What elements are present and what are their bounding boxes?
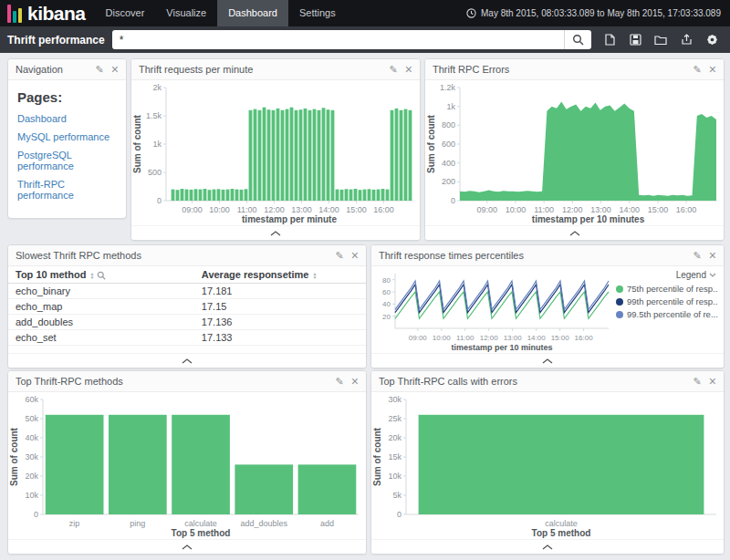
save-dashboard-button[interactable] — [624, 30, 646, 49]
column-label: Average responsetime — [202, 269, 309, 280]
svg-text:60: 60 — [382, 288, 391, 296]
column-search-icon[interactable] — [97, 271, 106, 280]
panel-top-methods: Top Thrift-RPC methods ✎ × 010k20k30k40k… — [7, 370, 367, 555]
panel-title: Thrift RPC Errors — [433, 64, 694, 75]
panel-title: Top Thrift-RPC calls with errors — [379, 376, 694, 387]
svg-text:1.5k: 1.5k — [146, 111, 162, 120]
panel-top-errors: Top Thrift-RPC calls with errors ✎ × 05k… — [370, 370, 725, 555]
svg-text:0: 0 — [157, 196, 162, 205]
legend-item[interactable]: 75th percentile of resp... — [616, 284, 718, 294]
legend-item[interactable]: 99th percentile of resp... — [616, 296, 718, 306]
logo-bars — [7, 5, 24, 23]
svg-text:timestamp per minute: timestamp per minute — [242, 214, 337, 224]
nav-discover[interactable]: Discover — [95, 0, 156, 26]
svg-text:2k: 2k — [152, 83, 162, 92]
nav-settings[interactable]: Settings — [288, 0, 347, 26]
chevron-up-icon — [182, 358, 193, 364]
collapse-panel-control[interactable] — [425, 225, 724, 240]
collapse-panel-control[interactable] — [8, 353, 366, 368]
svg-text:add_doubles: add_doubles — [240, 519, 287, 528]
table-row: echo_map17.15 — [8, 299, 366, 315]
edit-panel-icon[interactable]: ✎ — [694, 250, 702, 262]
open-dashboard-button[interactable] — [650, 30, 672, 49]
logo-bar-pink — [7, 5, 11, 23]
svg-text:Sum of count: Sum of count — [372, 427, 382, 486]
svg-text:10k: 10k — [25, 491, 38, 500]
column-label: Top 10 method — [16, 269, 86, 280]
panel-response-percentiles: Thrift response times percentiles ✎ × 20… — [370, 244, 725, 368]
edit-panel-icon[interactable]: ✎ — [694, 376, 702, 388]
main-nav: Discover Visualize Dashboard Settings — [95, 0, 347, 26]
logo-bar-yellow — [18, 8, 22, 23]
svg-text:60k: 60k — [25, 395, 38, 404]
svg-text:16:00: 16:00 — [575, 334, 594, 342]
collapse-panel-control[interactable] — [8, 539, 366, 554]
share-dashboard-button[interactable] — [675, 30, 697, 49]
nav-dashboard[interactable]: Dashboard — [217, 0, 288, 26]
column-header-method[interactable]: Top 10 method▲▼ — [8, 266, 194, 284]
svg-text:10:00: 10:00 — [209, 205, 230, 214]
svg-text:0: 0 — [397, 510, 402, 519]
legend-item-label: 99th percentile of resp... — [627, 296, 718, 306]
edit-panel-icon[interactable]: ✎ — [336, 250, 344, 262]
legend-color-dot — [616, 285, 623, 293]
percentiles-line-chart[interactable]: 2040608009:0010:0011:0012:0013:0014:0015… — [371, 266, 616, 354]
errors-area-chart[interactable]: 02004006008001k1.2k09:0010:0011:0012:001… — [425, 80, 724, 226]
slowest-methods-table: Top 10 method▲▼ Average responsetime▲▼ e… — [8, 266, 366, 346]
nav-link-mysql[interactable]: MySQL performance — [17, 131, 117, 142]
collapse-panel-control[interactable] — [371, 539, 724, 554]
close-panel-icon[interactable]: × — [351, 375, 359, 388]
top-methods-bar-chart[interactable]: 010k20k30k40k50k60kTop 5 methodSum of co… — [8, 392, 366, 540]
legend-item[interactable]: 99.5th percentile of re... — [616, 309, 718, 319]
folder-open-icon — [654, 35, 667, 46]
chevron-up-icon — [542, 544, 553, 550]
nav-visualize[interactable]: Visualize — [155, 0, 217, 26]
close-panel-icon[interactable]: × — [111, 63, 119, 76]
collapse-panel-control[interactable] — [131, 225, 420, 240]
svg-text:5k: 5k — [392, 491, 402, 500]
settings-button[interactable] — [701, 30, 723, 49]
chevron-up-icon — [182, 544, 193, 550]
svg-text:30k: 30k — [388, 395, 402, 404]
search-icon — [572, 34, 584, 46]
top-errors-bar-chart[interactable]: 05k10k15k20k25k30kTop 5 methodSum of cou… — [371, 392, 724, 540]
chart-legend: Legend 75th percentile of resp... 99th p… — [616, 266, 724, 354]
edit-panel-icon[interactable]: ✎ — [96, 64, 104, 76]
save-icon — [630, 34, 641, 46]
time-range-picker[interactable]: May 8th 2015, 08:03:33.089 to May 8th 20… — [466, 8, 730, 18]
legend-color-dot — [616, 298, 623, 306]
svg-text:600: 600 — [442, 140, 455, 149]
search-input[interactable] — [112, 30, 564, 49]
edit-panel-icon[interactable]: ✎ — [390, 64, 398, 76]
legend-toggle[interactable]: Legend — [616, 270, 716, 280]
search-button[interactable] — [564, 30, 591, 49]
legend-color-dot — [616, 311, 623, 318]
close-panel-icon[interactable]: × — [405, 63, 412, 76]
svg-text:15:00: 15:00 — [551, 334, 570, 342]
nav-link-dashboard[interactable]: Dashboard — [17, 113, 117, 124]
svg-text:50k: 50k — [25, 414, 38, 423]
nav-link-thrift-rpc[interactable]: Thrift-RPC performance — [17, 179, 117, 201]
svg-text:30k: 30k — [25, 452, 38, 461]
svg-text:1.2k: 1.2k — [440, 83, 456, 92]
collapse-panel-control[interactable] — [371, 353, 724, 368]
edit-panel-icon[interactable]: ✎ — [694, 64, 702, 76]
svg-text:09:00: 09:00 — [182, 205, 203, 214]
column-header-responsetime[interactable]: Average responsetime▲▼ — [194, 266, 366, 284]
close-panel-icon[interactable]: × — [709, 249, 716, 262]
svg-text:12:00: 12:00 — [264, 205, 285, 214]
share-icon — [681, 34, 693, 46]
svg-text:10k: 10k — [388, 472, 402, 481]
close-panel-icon[interactable]: × — [709, 375, 716, 388]
new-dashboard-button[interactable] — [599, 30, 620, 49]
nav-link-postgresql[interactable]: PostgreSQL performance — [17, 150, 117, 171]
logo-bar-teal — [13, 11, 16, 23]
requests-histogram[interactable]: 05001k1.5k2k09:0010:0011:0012:0013:0014:… — [131, 80, 420, 226]
close-panel-icon[interactable]: × — [709, 63, 716, 76]
edit-panel-icon[interactable]: ✎ — [336, 376, 344, 388]
svg-text:20: 20 — [382, 313, 391, 321]
svg-text:16:00: 16:00 — [373, 205, 394, 214]
kibana-logo[interactable]: kibana — [0, 0, 95, 26]
svg-text:timestamp per 10 minutes: timestamp per 10 minutes — [532, 214, 645, 224]
close-panel-icon[interactable]: × — [351, 249, 359, 262]
